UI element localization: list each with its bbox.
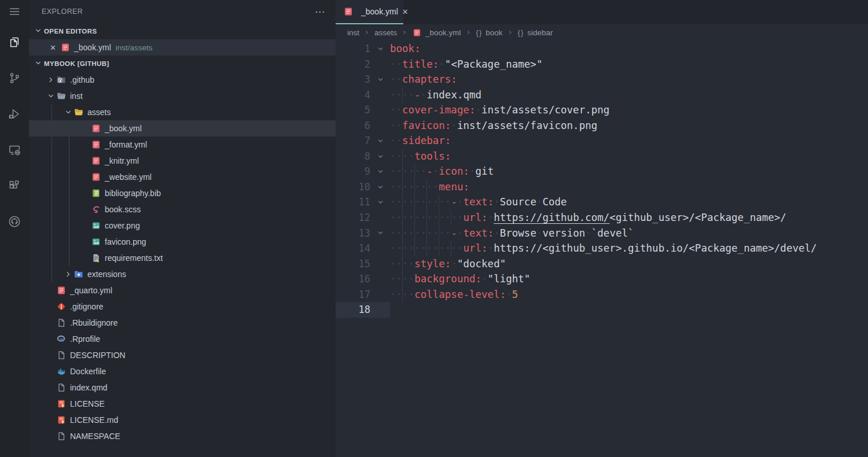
- tree-item-gitignore[interactable]: .gitignore: [29, 298, 336, 315]
- activitybar-menu[interactable]: [0, 5, 29, 20]
- code-line-content[interactable]: ······-·icon:·git: [390, 164, 494, 179]
- code-line-2[interactable]: 2··title:·"<Package_name>": [336, 57, 868, 72]
- code-line-18[interactable]: 18: [336, 302, 868, 318]
- code-line-14[interactable]: 14············url:·https://<github_user>…: [336, 241, 868, 256]
- tree-item-label: _book.yml: [105, 124, 142, 133]
- activitybar-source-control[interactable]: [0, 72, 29, 87]
- activitybar-extensions[interactable]: [0, 179, 29, 194]
- activitybar-github[interactable]: [0, 215, 29, 230]
- line-number: 7: [336, 133, 370, 149]
- tree-item-requirements-txt[interactable]: requirements.txt: [29, 250, 336, 266]
- activitybar-remote-explorer[interactable]: [0, 143, 29, 159]
- code-line-content[interactable]: ····tools:: [390, 149, 451, 164]
- code-line-content[interactable]: ············url:·https://<github_user>.g…: [390, 241, 817, 256]
- breadcrumb-item-book[interactable]: {}book: [476, 28, 503, 37]
- tree-item-dockerfile[interactable]: Dockerfile: [29, 363, 336, 379]
- tree-item-book-scss[interactable]: book.scss: [29, 201, 336, 218]
- code-line-content[interactable]: ····collapse-level:·5: [390, 287, 518, 303]
- code-line-16[interactable]: 16····background:·"light": [336, 271, 868, 287]
- tree-item-namespace[interactable]: NAMESPACE: [29, 428, 336, 444]
- tree-item-label: inst: [70, 91, 83, 101]
- tree-item-extensions[interactable]: extensions: [29, 266, 336, 282]
- code-line-content[interactable]: ····-·index.qmd: [390, 87, 481, 103]
- code-line-17[interactable]: 17····collapse-level:·5: [336, 287, 868, 303]
- tree-item-index-qmd[interactable]: index.qmd: [29, 379, 336, 396]
- tree-item-inst[interactable]: inst: [29, 88, 336, 104]
- tree-item-format-yml[interactable]: _format.yml: [29, 137, 336, 153]
- code-line-6[interactable]: 6··favicon:·inst/assets/favicon.png: [336, 118, 868, 134]
- tree-item-cover-png[interactable]: cover.png: [29, 218, 336, 234]
- more-actions-icon[interactable]: ⋯: [315, 7, 325, 17]
- line-number: 16: [336, 271, 370, 287]
- tree-item-license-md[interactable]: LICENSE.md: [29, 412, 336, 428]
- code-line-content[interactable]: ··cover-image:·inst/assets/cover.png: [390, 102, 609, 118]
- code-line-content[interactable]: ····background:·"light": [390, 271, 530, 287]
- tree-item-quarto-yml[interactable]: _quarto.yml: [29, 282, 336, 298]
- code-line-7[interactable]: 7··sidebar:: [336, 133, 868, 149]
- breadcrumb-item-sidebar[interactable]: {}sidebar: [518, 28, 553, 37]
- breadcrumb-item-assets[interactable]: assets: [374, 28, 397, 37]
- code-line-11[interactable]: 11··········-·text:·Source·Code: [336, 194, 868, 210]
- tree-item-description[interactable]: DESCRIPTION: [29, 347, 336, 363]
- tree-item-website-yml[interactable]: _website.yml: [29, 169, 336, 185]
- code-line-13[interactable]: 13··········-·text:·Browse·version·`deve…: [336, 226, 868, 241]
- fold-chevron-icon[interactable]: [370, 72, 390, 87]
- breadcrumb-item-book-yml[interactable]: _book.yml: [412, 28, 461, 38]
- tree-item-book-yml[interactable]: _book.yml: [29, 120, 336, 137]
- fold-chevron-icon[interactable]: [370, 226, 390, 241]
- tree-item-rbuildignore[interactable]: .Rbuildignore: [29, 315, 336, 331]
- open-editors-section-header[interactable]: OPEN EDITORS: [29, 23, 336, 39]
- code-line-10[interactable]: 10········menu:: [336, 179, 868, 195]
- code-line-content[interactable]: ··········-·text:·Browse·version·`devel`: [390, 226, 634, 241]
- tree-item-github[interactable]: .github: [29, 72, 336, 88]
- yaml-file-icon: [343, 7, 353, 17]
- tree-item-label: LICENSE.md: [70, 415, 118, 425]
- fold-chevron-icon[interactable]: [370, 194, 390, 210]
- breadcrumb-item-inst[interactable]: inst: [347, 28, 359, 37]
- code-line-content[interactable]: ············url:·https://github.com/<git…: [390, 210, 786, 226]
- fold-chevron-icon[interactable]: [370, 41, 390, 57]
- tab-book-yml[interactable]: _book.yml ✕: [336, 0, 403, 24]
- tree-item-assets[interactable]: assets: [29, 104, 336, 120]
- code-line-content[interactable]: ··chapters:: [390, 72, 457, 87]
- code-line-5[interactable]: 5··cover-image:·inst/assets/cover.png: [336, 102, 868, 118]
- fold-chevron-icon[interactable]: [370, 179, 390, 195]
- code-line-content[interactable]: ··········-·text:·Source·Code: [390, 194, 567, 210]
- code-line-content[interactable]: ··favicon:·inst/assets/favicon.png: [390, 118, 597, 134]
- tree-item-bibliography-bib[interactable]: bibliography.bib: [29, 185, 336, 201]
- yaml-icon: [91, 172, 101, 182]
- tab-close-icon[interactable]: ✕: [402, 8, 409, 16]
- code-line-content[interactable]: ··title:·"<Package_name>": [390, 57, 542, 72]
- fold-chevron-icon[interactable]: [370, 164, 390, 179]
- tree-item-rprofile[interactable]: R.Rprofile: [29, 331, 336, 347]
- tree-item-license[interactable]: LICENSE: [29, 396, 336, 412]
- code-line-12[interactable]: 12············url:·https://github.com/<g…: [336, 210, 868, 226]
- editor-group: _book.yml ✕ instassets_book.yml{}book{}s…: [336, 0, 868, 457]
- workspace-section-header[interactable]: MYBOOK [GITHUB]: [29, 56, 336, 72]
- tree-item-favicon-png[interactable]: favicon.png: [29, 234, 336, 250]
- code-line-9[interactable]: 9······-·icon:·git: [336, 164, 868, 179]
- docker-icon: [56, 367, 66, 377]
- code-line-content[interactable]: ··sidebar:: [390, 133, 451, 149]
- tree-item-knitr-yml[interactable]: _knitr.yml: [29, 153, 336, 169]
- fold-chevron-icon[interactable]: [370, 133, 390, 149]
- code-line-15[interactable]: 15····style:·"docked": [336, 256, 868, 272]
- folder-assets-icon: [73, 108, 83, 117]
- tree-item-label: .Rprofile: [70, 334, 100, 344]
- code-line-3[interactable]: 3··chapters:: [336, 72, 868, 87]
- breadcrumb-separator-icon: [363, 29, 370, 36]
- close-icon[interactable]: ✕: [50, 43, 60, 52]
- open-editor-item-book-yml[interactable]: ✕ _book.yml inst/assets: [29, 39, 336, 56]
- code-line-content[interactable]: ········menu:: [390, 179, 469, 195]
- activitybar-explorer[interactable]: [0, 36, 29, 51]
- activitybar-run-debug[interactable]: [0, 108, 29, 123]
- fold-chevron-icon[interactable]: [370, 149, 390, 164]
- code-line-content[interactable]: book:: [390, 41, 421, 57]
- code-link[interactable]: https://github.com/: [494, 212, 609, 223]
- code-line-8[interactable]: 8····tools:: [336, 149, 868, 164]
- code-line-content[interactable]: ····style:·"docked": [390, 256, 506, 272]
- code-line-1[interactable]: 1book:: [336, 41, 868, 57]
- code-line-4[interactable]: 4····-·index.qmd: [336, 87, 868, 103]
- breadcrumb: instassets_book.yml{}book{}sidebar: [336, 24, 868, 40]
- code-editor[interactable]: 1book:2··title:·"<Package_name>"3··chapt…: [336, 40, 868, 457]
